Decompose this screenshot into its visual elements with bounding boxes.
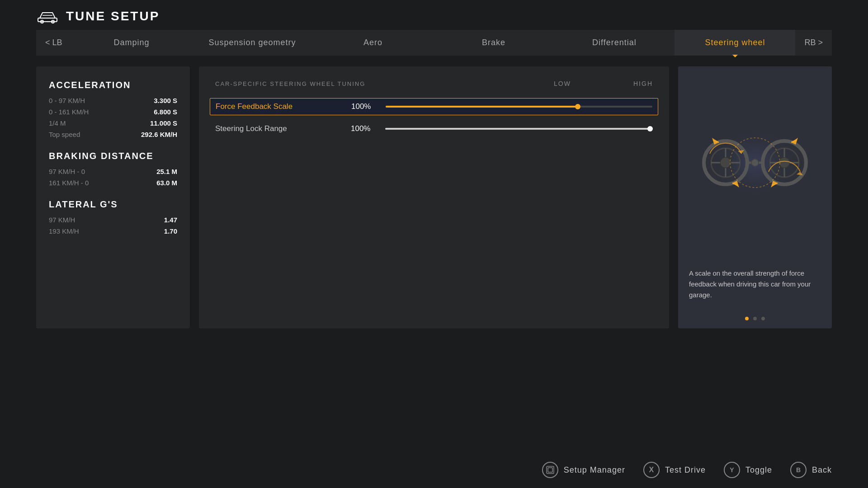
toggle-action[interactable]: Y Toggle xyxy=(724,462,772,478)
nav-left-arrow[interactable]: < LB xyxy=(36,30,71,56)
header: TUNE SETUP xyxy=(0,0,868,24)
stat-row-97-lateral: 97 KM/H 1.47 xyxy=(49,216,177,224)
back-label: Back xyxy=(812,465,832,475)
stat-label: 193 KM/H xyxy=(49,227,79,235)
back-button[interactable]: B xyxy=(790,462,807,478)
stat-row-0-161: 0 - 161 KM/H 6.800 S xyxy=(49,108,177,116)
tab-steering[interactable]: Steering wheel xyxy=(675,30,795,56)
page-title: TUNE SETUP xyxy=(66,9,160,23)
info-panel: A scale on the overall strength of force… xyxy=(678,66,832,328)
stat-value: 292.6 KM/H xyxy=(141,131,177,138)
stat-label: 97 KM/H - 0 xyxy=(49,168,85,175)
stat-value: 1.70 xyxy=(164,227,177,235)
stat-row-quarter: 1/4 M 11.000 S xyxy=(49,119,177,127)
test-drive-label: Test Drive xyxy=(665,465,706,475)
test-drive-action[interactable]: X Test Drive xyxy=(643,462,706,478)
stat-value: 3.300 S xyxy=(154,97,177,104)
stat-label: 97 KM/H xyxy=(49,216,75,224)
slider-track-steering-lock[interactable] xyxy=(385,128,653,130)
car-icon xyxy=(36,8,59,24)
stat-label: 0 - 161 KM/H xyxy=(49,108,89,116)
svg-rect-23 xyxy=(548,468,552,472)
stat-label: 161 KM/H - 0 xyxy=(49,179,89,187)
tuning-high-label: HIGH xyxy=(599,80,653,87)
info-image-area xyxy=(678,66,832,259)
info-dot-0[interactable] xyxy=(745,317,749,320)
braking-title: BRAKING DISTANCE xyxy=(49,151,177,161)
tuning-low-label: LOW xyxy=(526,80,599,87)
stat-row-161-0: 161 KM/H - 0 63.0 M xyxy=(49,179,177,187)
tab-suspension[interactable]: Suspension geometry xyxy=(192,30,313,56)
stat-row-0-97: 0 - 97 KM/H 3.300 S xyxy=(49,97,177,104)
stat-value: 1.47 xyxy=(164,216,177,224)
stat-label: Top speed xyxy=(49,131,80,138)
slider-force-feedback[interactable]: Force Feedback Scale 100% xyxy=(210,98,658,115)
tab-aero[interactable]: Aero xyxy=(313,30,434,56)
slider-fill-steering-lock xyxy=(385,128,650,130)
slider-track-container-force-feedback: 100% xyxy=(351,102,652,111)
info-dot-2[interactable] xyxy=(761,317,765,320)
nav-tabs: < LB Damping Suspension geometry Aero Br… xyxy=(36,30,832,56)
tab-differential[interactable]: Differential xyxy=(554,30,675,56)
info-dot-1[interactable] xyxy=(753,317,757,320)
steering-visual-svg xyxy=(701,117,809,208)
slider-thumb-steering-lock xyxy=(647,126,653,131)
footer: Setup Manager X Test Drive Y Toggle B Ba… xyxy=(0,452,868,488)
slider-percent-force-feedback: 100% xyxy=(351,102,378,111)
slider-track-force-feedback[interactable] xyxy=(386,106,652,108)
stat-label: 1/4 M xyxy=(49,119,66,127)
stat-value: 6.800 S xyxy=(154,108,177,116)
stat-row-topspeed: Top speed 292.6 KM/H xyxy=(49,131,177,138)
slider-track-container-steering-lock: 100% xyxy=(351,124,653,133)
tab-damping[interactable]: Damping xyxy=(71,30,192,56)
tuning-section-label: CAR-SPECIFIC STEERING WHEEL TUNING xyxy=(215,80,526,87)
stat-value: 25.1 M xyxy=(156,168,177,175)
svg-point-7 xyxy=(720,157,731,168)
lateral-title: LATERAL G'S xyxy=(49,199,177,210)
setup-manager-icon xyxy=(546,465,555,474)
toggle-label: Toggle xyxy=(745,465,772,475)
slider-fill-force-feedback xyxy=(386,106,578,108)
nav-right-arrow[interactable]: RB > xyxy=(795,30,832,56)
stat-value: 11.000 S xyxy=(150,119,177,127)
slider-steering-lock[interactable]: Steering Lock Range 100% xyxy=(215,121,653,137)
info-dots xyxy=(678,311,832,328)
info-description: A scale on the overall strength of force… xyxy=(678,259,832,311)
toggle-button[interactable]: Y xyxy=(724,462,740,478)
slider-percent-steering-lock: 100% xyxy=(351,124,378,133)
stats-panel: ACCELERATION 0 - 97 KM/H 3.300 S 0 - 161… xyxy=(36,66,190,328)
acceleration-title: ACCELERATION xyxy=(49,80,177,90)
slider-name-steering-lock: Steering Lock Range xyxy=(215,124,351,133)
setup-manager-action[interactable]: Setup Manager xyxy=(542,462,625,478)
slider-thumb-force-feedback xyxy=(575,104,580,109)
test-drive-button[interactable]: X xyxy=(643,462,660,478)
back-action[interactable]: B Back xyxy=(790,462,832,478)
svg-point-14 xyxy=(779,157,790,168)
tuning-header: CAR-SPECIFIC STEERING WHEEL TUNING LOW H… xyxy=(215,80,653,87)
tab-brake[interactable]: Brake xyxy=(433,30,554,56)
stat-value: 63.0 M xyxy=(156,179,177,187)
stat-row-193-lateral: 193 KM/H 1.70 xyxy=(49,227,177,235)
setup-manager-button[interactable] xyxy=(542,462,558,478)
tuning-panel: CAR-SPECIFIC STEERING WHEEL TUNING LOW H… xyxy=(199,66,669,328)
svg-point-20 xyxy=(751,159,759,166)
slider-name-force-feedback: Force Feedback Scale xyxy=(216,102,351,111)
stat-label: 0 - 97 KM/H xyxy=(49,97,85,104)
setup-manager-label: Setup Manager xyxy=(564,465,625,475)
stat-row-97-0: 97 KM/H - 0 25.1 M xyxy=(49,168,177,175)
main-content: ACCELERATION 0 - 97 KM/H 3.300 S 0 - 161… xyxy=(36,66,832,328)
